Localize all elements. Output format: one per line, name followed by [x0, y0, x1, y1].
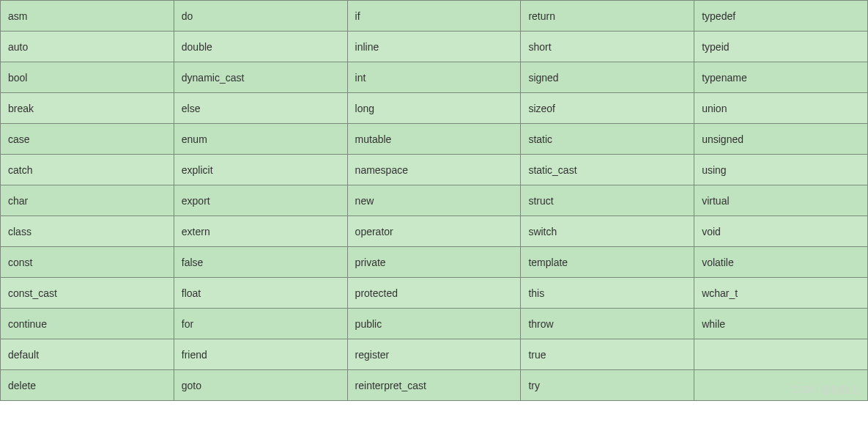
table-cell: bool — [1, 62, 174, 93]
table-cell: dynamic_cast — [174, 62, 347, 93]
table-cell: auto — [1, 32, 174, 62]
table-cell: volatile — [694, 247, 868, 278]
table-cell — [694, 339, 868, 370]
table-cell: virtual — [694, 185, 868, 216]
table-cell: continue — [1, 309, 174, 339]
table-cell: new — [347, 185, 521, 216]
table-cell — [694, 370, 868, 401]
table-cell: goto — [174, 370, 347, 401]
table-cell: long — [347, 93, 521, 124]
table-row: const false private template volatile — [1, 247, 868, 278]
table-cell: explicit — [174, 155, 347, 185]
table-cell: do — [174, 1, 347, 32]
table-cell: wchar_t — [694, 278, 868, 309]
table-cell: operator — [347, 216, 521, 247]
table-cell: while — [694, 309, 868, 339]
table-cell: protected — [347, 278, 521, 309]
table-cell: signed — [521, 62, 694, 93]
table-cell: case — [1, 124, 174, 155]
table-cell: true — [521, 339, 694, 370]
table-row: default friend register true — [1, 339, 868, 370]
table-row: catch explicit namespace static_cast usi… — [1, 155, 868, 185]
table-cell: char — [1, 185, 174, 216]
table-cell: try — [521, 370, 694, 401]
table-cell: static_cast — [521, 155, 694, 185]
table-cell: union — [694, 93, 868, 124]
table-cell: if — [347, 1, 521, 32]
table-cell: public — [347, 309, 521, 339]
table-cell: typedef — [694, 1, 868, 32]
table-body: asm do if return typedef auto double inl… — [1, 1, 868, 401]
table-row: asm do if return typedef — [1, 1, 868, 32]
table-cell: namespace — [347, 155, 521, 185]
table-row: break else long sizeof union — [1, 93, 868, 124]
table-cell: enum — [174, 124, 347, 155]
table-cell: friend — [174, 339, 347, 370]
table-cell: double — [174, 32, 347, 62]
table-cell: return — [521, 1, 694, 32]
table-row: bool dynamic_cast int signed typename — [1, 62, 868, 93]
table-row: const_cast float protected this wchar_t — [1, 278, 868, 309]
table-cell: delete — [1, 370, 174, 401]
table-cell: int — [347, 62, 521, 93]
table-cell: struct — [521, 185, 694, 216]
table-cell: const — [1, 247, 174, 278]
table-cell: using — [694, 155, 868, 185]
table-cell: switch — [521, 216, 694, 247]
table-cell: export — [174, 185, 347, 216]
table-cell: for — [174, 309, 347, 339]
table-cell: unsigned — [694, 124, 868, 155]
table-cell: typename — [694, 62, 868, 93]
table-cell: typeid — [694, 32, 868, 62]
table-cell: const_cast — [1, 278, 174, 309]
table-cell: catch — [1, 155, 174, 185]
table-row: case enum mutable static unsigned — [1, 124, 868, 155]
table-cell: register — [347, 339, 521, 370]
table-cell: false — [174, 247, 347, 278]
table-row: char export new struct virtual — [1, 185, 868, 216]
table-cell: break — [1, 93, 174, 124]
table-cell: short — [521, 32, 694, 62]
keywords-table: asm do if return typedef auto double inl… — [0, 0, 868, 401]
table-cell: inline — [347, 32, 521, 62]
table-cell: static — [521, 124, 694, 155]
table-cell: void — [694, 216, 868, 247]
table-cell: template — [521, 247, 694, 278]
table-row: delete goto reinterpret_cast try — [1, 370, 868, 401]
table-cell: float — [174, 278, 347, 309]
table-cell: asm — [1, 1, 174, 32]
table-cell: mutable — [347, 124, 521, 155]
table-cell: class — [1, 216, 174, 247]
table-row: auto double inline short typeid — [1, 32, 868, 62]
table-cell: throw — [521, 309, 694, 339]
table-cell: private — [347, 247, 521, 278]
table-row: continue for public throw while — [1, 309, 868, 339]
table-cell: reinterpret_cast — [347, 370, 521, 401]
table-cell: this — [521, 278, 694, 309]
table-cell: default — [1, 339, 174, 370]
table-cell: extern — [174, 216, 347, 247]
table-cell: else — [174, 93, 347, 124]
table-cell: sizeof — [521, 93, 694, 124]
table-row: class extern operator switch void — [1, 216, 868, 247]
